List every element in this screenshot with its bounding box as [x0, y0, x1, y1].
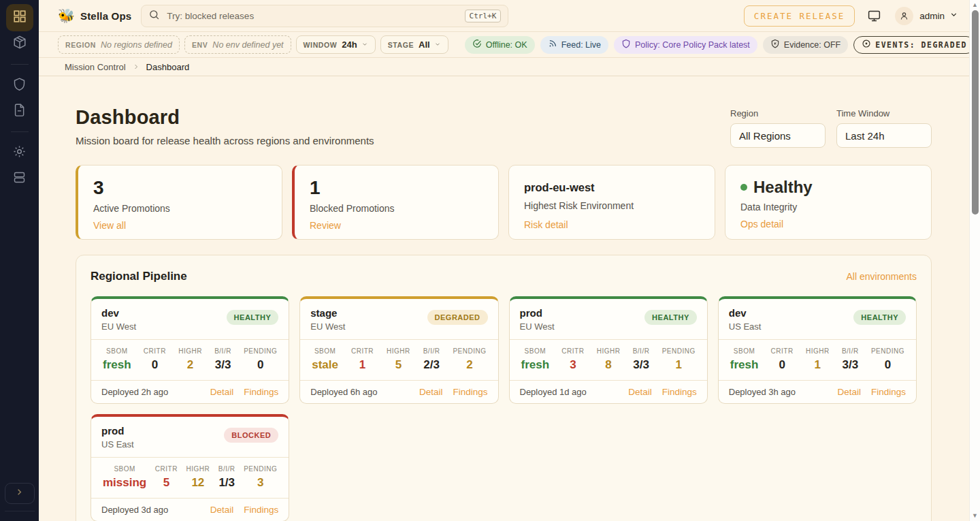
- all-environments-link[interactable]: All environments: [847, 271, 917, 282]
- search-icon: [148, 9, 160, 23]
- page-title: Dashboard: [76, 106, 374, 129]
- region-select-label: Region: [730, 108, 826, 119]
- deployed-text: Deployed 2h ago: [101, 387, 168, 397]
- sidebar-item-releases[interactable]: [6, 30, 33, 57]
- region-name: US East: [729, 321, 762, 332]
- time-window-select[interactable]: Last 24h: [836, 123, 932, 148]
- stat-value: 1: [310, 178, 483, 198]
- time-window-select-label: Time Window: [836, 108, 932, 119]
- highr-value: 5: [387, 358, 410, 372]
- stat-value: Healthy: [753, 178, 813, 196]
- sidebar-expand-button[interactable]: [5, 483, 35, 504]
- scrollbar[interactable]: ▲ ▼: [969, 0, 980, 521]
- region-filter-value: No regions defined: [101, 40, 172, 50]
- stage-filter[interactable]: STAGE All: [380, 35, 448, 54]
- sidebar-item-infrastructure[interactable]: [6, 165, 33, 192]
- shield-icon: [621, 39, 635, 50]
- metric-label: CRITR: [144, 347, 166, 355]
- metric-label: SBOM: [312, 347, 338, 355]
- deployed-text: Deployed 3h ago: [729, 387, 796, 397]
- findings-link[interactable]: Findings: [662, 387, 697, 397]
- pipeline-card: prod EU West HEALTHY SBOMfresh CRITR3 HI…: [509, 296, 708, 404]
- search-placeholder: Try: blocked releases: [167, 11, 464, 21]
- create-release-button[interactable]: CREATE RELEASE: [744, 5, 855, 27]
- check-circle-icon: [472, 39, 486, 50]
- metric-label: B/I/R: [423, 347, 440, 355]
- environment-name: dev: [101, 307, 136, 319]
- region-name: EU West: [101, 321, 136, 332]
- pending-value: 0: [244, 358, 277, 372]
- metric-label: PENDING: [244, 465, 277, 473]
- region-name: EU West: [520, 321, 555, 332]
- gear-icon: [12, 144, 27, 161]
- findings-link[interactable]: Findings: [244, 387, 278, 397]
- scrollbar-track[interactable]: [970, 10, 980, 511]
- view-all-link[interactable]: View all: [93, 220, 126, 231]
- risk-detail-link[interactable]: Risk detail: [524, 219, 568, 230]
- stat-value: 3: [93, 178, 267, 198]
- grid-icon: [12, 9, 27, 27]
- panel-title: Regional Pipeline: [91, 270, 187, 283]
- window-filter[interactable]: WINDOW 24h: [296, 35, 376, 54]
- bir-value: 2/3: [423, 358, 440, 372]
- events-status-pill[interactable]: EVENTS: DEGRADED: [853, 36, 975, 54]
- page-subtitle: Mission board for release health across …: [76, 135, 374, 146]
- window-filter-value: 24h: [342, 40, 357, 50]
- status-label: EVENTS: DEGRADED: [875, 40, 967, 50]
- region-select-value: All Regions: [739, 130, 791, 142]
- user-menu[interactable]: admin: [895, 7, 958, 25]
- breadcrumb-current: Dashboard: [146, 62, 190, 72]
- review-link[interactable]: Review: [310, 220, 341, 231]
- highest-risk-card: prod-eu-west Highest Risk Environment Ri…: [508, 165, 715, 240]
- metric-label: HIGHR: [387, 347, 410, 355]
- search-input[interactable]: Try: blocked releases Ctrl+K: [141, 5, 508, 27]
- shield-icon: [12, 77, 27, 94]
- ops-detail-link[interactable]: Ops detail: [740, 219, 783, 230]
- app-window: 🐝 Stella Ops Try: blocked releases Ctrl+…: [0, 0, 980, 521]
- breadcrumb-parent[interactable]: Mission Control: [65, 62, 126, 72]
- metric-label: HIGHR: [806, 347, 830, 355]
- critr-value: 0: [144, 358, 166, 372]
- findings-link[interactable]: Findings: [871, 387, 906, 397]
- stat-label: Blocked Promotions: [310, 203, 483, 214]
- sidebar-item-documents[interactable]: [6, 97, 33, 125]
- stat-label: Highest Risk Environment: [524, 200, 700, 211]
- metric-label: HIGHR: [178, 347, 202, 355]
- findings-link[interactable]: Findings: [453, 387, 487, 397]
- region-select[interactable]: All Regions: [730, 123, 826, 148]
- metric-label: PENDING: [662, 347, 696, 355]
- status-label: Offline: OK: [486, 40, 527, 50]
- bir-value: 3/3: [842, 358, 859, 372]
- detail-link[interactable]: Detail: [210, 505, 234, 515]
- region-name: US East: [101, 439, 134, 449]
- policy-status-pill[interactable]: Policy: Core Policy Pack latest: [614, 36, 757, 54]
- sidebar-item-security[interactable]: [6, 72, 33, 99]
- findings-link[interactable]: Findings: [244, 505, 278, 515]
- region-filter[interactable]: REGION No regions defined: [58, 35, 180, 54]
- pipeline-card: dev EU West HEALTHY SBOMfresh CRITR0 HIG…: [91, 296, 289, 404]
- environment-name: dev: [729, 307, 762, 319]
- health-dot-icon: [740, 184, 747, 191]
- sidebar-item-settings[interactable]: [6, 139, 33, 166]
- main-content: Dashboard Mission board for release heal…: [39, 76, 969, 521]
- status-badge: BLOCKED: [224, 428, 278, 443]
- bir-value: 1/3: [218, 476, 235, 490]
- evidence-status-pill[interactable]: Evidence: OFF: [763, 36, 848, 54]
- feed-status-pill[interactable]: Feed: Live: [540, 36, 608, 54]
- scroll-down-arrow-icon[interactable]: ▼: [972, 511, 978, 521]
- chevron-down-icon: [434, 40, 441, 50]
- detail-link[interactable]: Detail: [628, 387, 652, 397]
- detail-link[interactable]: Detail: [837, 387, 861, 397]
- detail-link[interactable]: Detail: [210, 387, 234, 397]
- detail-link[interactable]: Detail: [419, 387, 443, 397]
- topbar: 🐝 Stella Ops Try: blocked releases Ctrl+…: [39, 0, 969, 32]
- scrollbar-thumb[interactable]: [972, 10, 979, 215]
- environment-name: stage: [310, 307, 345, 319]
- scroll-up-arrow-icon[interactable]: ▲: [972, 0, 978, 10]
- env-filter[interactable]: ENV No env defined yet: [184, 35, 291, 54]
- monitor-icon[interactable]: [867, 9, 881, 23]
- pipeline-card: stage EU West DEGRADED SBOMstale CRITR1 …: [299, 296, 498, 404]
- highr-value: 8: [597, 358, 621, 372]
- sidebar-item-dashboard[interactable]: [6, 4, 33, 31]
- offline-status-pill[interactable]: Offline: OK: [465, 36, 535, 54]
